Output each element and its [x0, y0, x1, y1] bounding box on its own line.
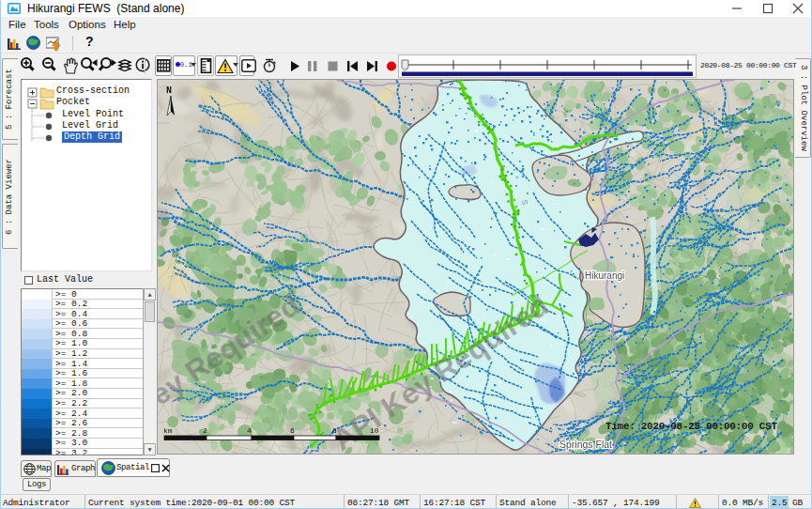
svg-text:Time: 2020-08-25 00:00:00 CST: Time: 2020-08-25 00:00:00 CST	[605, 421, 777, 432]
svg-text:Hikurangi: Hikurangi	[585, 270, 624, 281]
svg-text:4: 4	[247, 426, 252, 435]
svg-text:6: 6	[290, 426, 295, 435]
svg-text:km: km	[163, 426, 173, 435]
svg-text:8: 8	[332, 426, 337, 435]
svg-text:2: 2	[203, 426, 207, 435]
svg-text:N: N	[166, 85, 172, 96]
svg-text:Springs Flat: Springs Flat	[559, 439, 612, 450]
svg-text:10: 10	[370, 426, 379, 435]
